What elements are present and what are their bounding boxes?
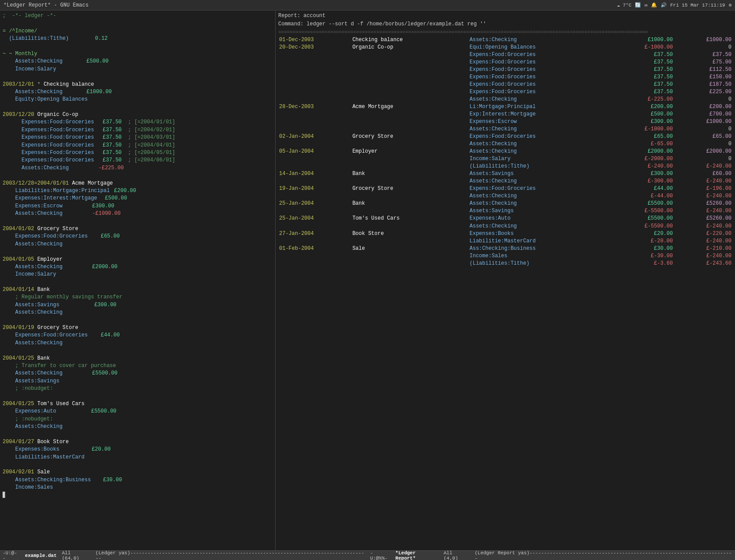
report-running-cell: £-240.00 bbox=[674, 223, 732, 230]
report-running-cell: £-196.00 bbox=[674, 185, 732, 192]
notif-icon[interactable]: 🔔 bbox=[651, 2, 657, 8]
table-row: 01-Feb-2004SaleAss:Checking:Business£30.… bbox=[278, 245, 732, 252]
report-date-cell bbox=[278, 238, 351, 245]
report-date-cell: 20-Dec-2003 bbox=[278, 44, 351, 51]
tx-20040114-a1: Assets:Savings£300.00 bbox=[3, 301, 273, 309]
tx-20031220-a3: Expenses:Food:Groceries£37.50 ; [=2004/0… bbox=[3, 134, 273, 141]
blank-13 bbox=[3, 461, 273, 469]
table-row: Exp:Interest:Mortgage£500.00£700.00 bbox=[278, 111, 732, 118]
report-date-cell bbox=[278, 118, 351, 126]
report-running-cell: £187.50 bbox=[674, 81, 732, 88]
tx-20040114-a2: Assets:Checking bbox=[3, 309, 273, 316]
cursor-line: ▊ bbox=[3, 492, 273, 499]
left-mode: -U:@-- bbox=[3, 550, 20, 560]
report-running-cell: £5260.00 bbox=[674, 215, 732, 222]
report-running-cell: 0 bbox=[674, 44, 732, 51]
report-date-cell bbox=[278, 74, 351, 81]
report-account-cell: Expens:Food:Groceries bbox=[469, 74, 615, 81]
report-amount-cell: £37.50 bbox=[615, 59, 674, 66]
mail-icon[interactable]: ✉ bbox=[644, 2, 648, 8]
blank-11 bbox=[3, 393, 273, 400]
report-amount-cell: £-5500.00 bbox=[615, 207, 674, 215]
right-filename: *Ledger Report* bbox=[396, 550, 438, 560]
report-payee-cell: Sale bbox=[351, 245, 469, 252]
report-account-cell: Assets:Savings bbox=[469, 170, 615, 178]
right-pane[interactable]: Report: account Command: ledger --sort d… bbox=[276, 10, 735, 550]
tx-20040201-a1: Assets:Checking:Business£30.00 bbox=[3, 476, 273, 484]
volume-icon[interactable]: 🔊 bbox=[661, 2, 667, 8]
report-running-cell: £75.00 bbox=[674, 59, 732, 66]
report-running-cell: £5260.00 bbox=[674, 200, 732, 207]
report-amount-cell: £200.00 bbox=[615, 103, 674, 111]
tx-20031228-a3: Expenses:Escrow£300.00 bbox=[3, 203, 273, 210]
report-account-cell: Income:Sales bbox=[469, 252, 615, 260]
report-command: Command: ledger --sort d -f /home/borbus… bbox=[278, 21, 732, 28]
report-amount-cell: £-1000.00 bbox=[615, 44, 674, 51]
tx-20040114-comment: ; Regular monthly savings transfer bbox=[3, 294, 273, 301]
blank-6 bbox=[3, 218, 273, 225]
report-amount-cell: £-44.00 bbox=[615, 192, 674, 200]
report-running-cell: £700.00 bbox=[674, 111, 732, 118]
report-amount-cell: £37.50 bbox=[615, 74, 674, 81]
table-row: Expens:Food:Groceries£37.50£225.00 bbox=[278, 88, 732, 96]
report-date-cell bbox=[278, 126, 351, 133]
tx-20031228-a2: Expenses:Interest:Mortgage£500.00 bbox=[3, 195, 273, 202]
report-running-cell: £37.50 bbox=[674, 51, 732, 59]
report-account-cell: Expens:Food:Groceries bbox=[469, 88, 615, 96]
report-payee-cell: Employer bbox=[351, 148, 469, 155]
table-row: Assets:Checking£-65.000 bbox=[278, 140, 732, 148]
main-content: ; -*- ledger -*- = /^Income/ (Liabilitie… bbox=[0, 10, 735, 550]
monthly-label: ~ Monthly bbox=[9, 51, 37, 57]
report-account-cell: Assets:Checking bbox=[469, 126, 615, 133]
report-date-cell bbox=[278, 178, 351, 185]
tx-20031228-a1: Liabilities:Mortgage:Principal£200.00 bbox=[3, 187, 273, 195]
report-account-cell: Assets:Checking bbox=[469, 148, 615, 155]
settings-icon[interactable]: ⚙ bbox=[728, 2, 732, 8]
right-mode: -U:@%%- bbox=[370, 550, 390, 560]
income-heading: = /^Income/ bbox=[3, 28, 273, 35]
report-date-cell bbox=[278, 96, 351, 103]
blank-5 bbox=[3, 172, 273, 179]
tx-20040127-a1: Expenses:Books£20.00 bbox=[3, 446, 273, 453]
report-date-cell bbox=[278, 252, 351, 260]
report-payee-cell bbox=[351, 118, 469, 126]
report-running-cell: £150.00 bbox=[674, 74, 732, 81]
report-date-cell bbox=[278, 88, 351, 96]
table-row: 19-Jan-2004Grocery StoreExpens:Food:Groc… bbox=[278, 185, 732, 192]
report-account-cell: (Liabilities:Tithe) bbox=[469, 260, 615, 267]
report-running-cell: £60.00 bbox=[674, 170, 732, 178]
blank-12 bbox=[3, 430, 273, 438]
report-amount-cell: £1000.00 bbox=[615, 36, 674, 44]
report-payee-cell: Organic Co-op bbox=[351, 44, 469, 51]
tx-20040105-a1: Assets:Checking£2000.00 bbox=[3, 263, 273, 271]
table-row: 02-Jan-2004Grocery StoreExpens:Food:Groc… bbox=[278, 133, 732, 140]
table-row: Expenses:Escrow£300.00£1000.00 bbox=[278, 118, 732, 126]
assets-checking-monthly: Assets:Checking£500.00 bbox=[3, 58, 273, 65]
blank-10 bbox=[3, 347, 273, 354]
report-payee-cell bbox=[351, 66, 469, 74]
left-pane[interactable]: ; -*- ledger -*- = /^Income/ (Liabilitie… bbox=[0, 10, 276, 550]
report-account-cell: Assets:Checking bbox=[469, 200, 615, 207]
report-payee-cell bbox=[351, 74, 469, 81]
report-date-cell bbox=[278, 163, 351, 170]
table-row: 14-Jan-2004BankAssets:Savings£300.00£60.… bbox=[278, 170, 732, 178]
report-date-cell: 05-Jan-2004 bbox=[278, 148, 351, 155]
monthly-heading: ~ ~ Monthly bbox=[3, 50, 273, 58]
report-date-cell: 25-Jan-2004 bbox=[278, 200, 351, 207]
report-account-cell: Expens:Food:Groceries bbox=[469, 133, 615, 140]
table-row: Assets:Checking£-225.000 bbox=[278, 96, 732, 103]
report-account-cell: Ass:Checking:Business bbox=[469, 245, 615, 252]
report-payee-cell: Checking balance bbox=[351, 36, 469, 44]
report-date-cell bbox=[278, 59, 351, 66]
blank-8 bbox=[3, 279, 273, 286]
report-amount-cell: £5500.00 bbox=[615, 215, 674, 222]
table-row: Assets:Checking£-5500.00£-240.00 bbox=[278, 223, 732, 230]
clock: Fri 15 Mar 17:11:19 bbox=[670, 3, 725, 8]
tx-20040125-comment: ; Transfer to cover car purchase bbox=[3, 362, 273, 370]
report-amount-cell: £-300.00 bbox=[615, 178, 674, 185]
table-row: Assets:Checking£-1000.000 bbox=[278, 126, 732, 133]
table-row: 28-Dec-2003Acme MortgageLi:Mortgage:Prin… bbox=[278, 103, 732, 111]
tx-20040114: 2004/01/14 Bank bbox=[3, 286, 273, 294]
sync-icon[interactable]: 🔄 bbox=[635, 2, 641, 8]
tx-20040127-a2: Liabilities:MasterCard bbox=[3, 454, 273, 461]
